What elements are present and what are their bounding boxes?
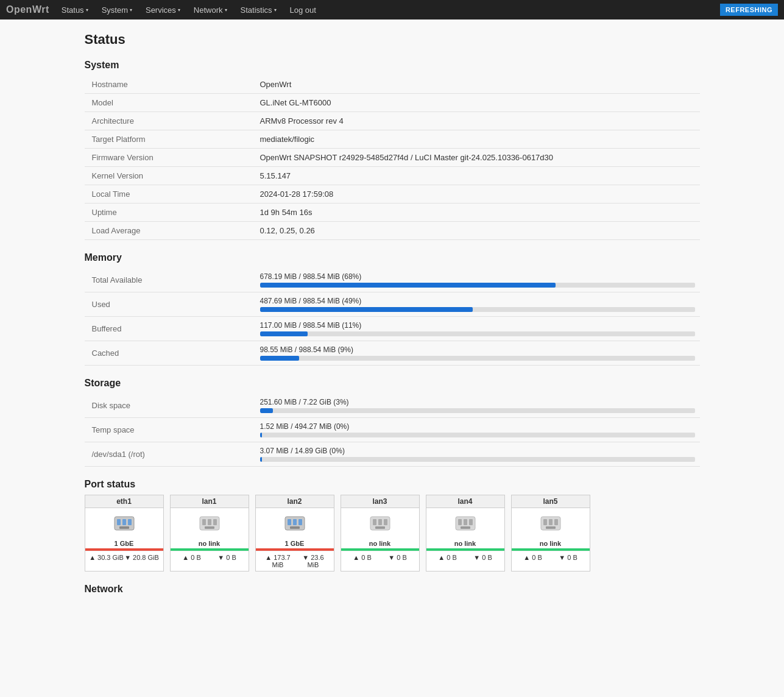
table-row: ArchitectureARMv8 Processor rev 4 bbox=[85, 112, 700, 130]
bar-track bbox=[260, 433, 695, 437]
port-status-grid: eth1 1 GbE ▲ 30.3 GiB ▼ 20.8 GiB lan1 no… bbox=[85, 495, 700, 571]
bar-track bbox=[260, 307, 695, 312]
nav-network[interactable]: Network ▾ bbox=[188, 2, 233, 18]
port-upload: ▲ 0 B bbox=[182, 554, 200, 561]
bar-container: 117.00 MiB / 988.54 MiB (11%) bbox=[260, 321, 695, 336]
row-label: Used bbox=[85, 292, 255, 317]
port-download: ▼ 0 B bbox=[559, 554, 577, 561]
nav-logout[interactable]: Log out bbox=[284, 2, 322, 18]
port-download: ▼ 20.8 GiB bbox=[124, 554, 159, 561]
brand-logo[interactable]: OpenWrt bbox=[6, 4, 49, 15]
bar-container: 678.19 MiB / 988.54 MiB (68%) bbox=[260, 272, 695, 288]
port-traffic: ▲ 0 B ▼ 0 B bbox=[512, 551, 590, 564]
nav-status[interactable]: Status ▾ bbox=[55, 2, 94, 18]
storage-table: Disk space 251.60 MiB / 7.22 GiB (3%) Te… bbox=[85, 394, 700, 467]
bar-label: 1.52 MiB / 494.27 MiB (0%) bbox=[260, 422, 695, 431]
row-label: /dev/sda1 (/rot) bbox=[85, 442, 255, 467]
svg-rect-21 bbox=[458, 519, 462, 525]
row-label: Firmware Version bbox=[85, 149, 255, 167]
port-upload: ▲ 30.3 GiB bbox=[89, 554, 124, 561]
table-row: HostnameOpenWrt bbox=[85, 76, 700, 94]
svg-rect-27 bbox=[549, 519, 553, 525]
port-card: lan3 no link ▲ 0 B ▼ 0 B bbox=[341, 495, 420, 571]
refreshing-badge[interactable]: REFRESHING bbox=[720, 4, 778, 16]
table-row: ModelGL.iNet GL-MT6000 bbox=[85, 94, 700, 112]
bar-container: 1.52 MiB / 494.27 MiB (0%) bbox=[260, 422, 695, 437]
nav-services[interactable]: Services ▾ bbox=[139, 2, 186, 18]
bar-fill bbox=[260, 433, 263, 437]
table-row: Uptime1d 9h 54m 16s bbox=[85, 203, 700, 222]
services-arrow: ▾ bbox=[178, 7, 180, 13]
svg-rect-8 bbox=[213, 519, 217, 525]
navbar: OpenWrt Status ▾ System ▾ Services ▾ Net… bbox=[0, 0, 784, 19]
row-label: Cached bbox=[85, 341, 255, 366]
table-row: Cached 98.55 MiB / 988.54 MiB (9%) bbox=[85, 341, 700, 366]
page-title: Status bbox=[85, 32, 700, 48]
port-card: lan1 no link ▲ 0 B ▼ 0 B bbox=[170, 495, 249, 571]
port-name: lan4 bbox=[426, 495, 504, 508]
table-row: /dev/sda1 (/rot) 3.07 MiB / 14.89 GiB (0… bbox=[85, 442, 700, 467]
bar-fill bbox=[260, 356, 299, 361]
table-row: Kernel Version5.15.147 bbox=[85, 167, 700, 185]
port-icon-area bbox=[341, 508, 419, 539]
svg-rect-6 bbox=[202, 519, 206, 525]
row-label: Architecture bbox=[85, 112, 255, 130]
bar-fill bbox=[260, 283, 556, 288]
port-link-status: 1 GbE bbox=[85, 539, 163, 548]
svg-rect-9 bbox=[205, 526, 214, 529]
system-arrow: ▾ bbox=[130, 7, 132, 13]
network-arrow: ▾ bbox=[225, 7, 227, 13]
table-row: Local Time2024-01-28 17:59:08 bbox=[85, 185, 700, 203]
port-traffic: ▲ 0 B ▼ 0 B bbox=[341, 551, 419, 564]
port-upload: ▲ 0 B bbox=[438, 554, 456, 561]
bar-container: 251.60 MiB / 7.22 GiB (3%) bbox=[260, 398, 695, 413]
port-icon-area bbox=[171, 508, 249, 539]
nav-statistics[interactable]: Statistics ▾ bbox=[235, 2, 283, 18]
row-value: 3.07 MiB / 14.89 GiB (0%) bbox=[255, 442, 700, 467]
table-row: Firmware VersionOpenWrt SNAPSHOT r24929-… bbox=[85, 149, 700, 167]
svg-rect-29 bbox=[546, 526, 556, 529]
svg-rect-4 bbox=[119, 526, 129, 529]
row-value: 5.15.147 bbox=[255, 167, 700, 185]
port-link-status: no link bbox=[512, 539, 590, 548]
port-icon-area bbox=[512, 508, 590, 539]
port-traffic: ▲ 0 B ▼ 0 B bbox=[171, 551, 249, 564]
row-value: 251.60 MiB / 7.22 GiB (3%) bbox=[255, 394, 700, 418]
svg-rect-2 bbox=[122, 519, 126, 525]
system-table: HostnameOpenWrtModelGL.iNet GL-MT6000Arc… bbox=[85, 76, 700, 240]
port-icon-area bbox=[256, 508, 334, 539]
row-value: OpenWrt bbox=[255, 76, 700, 94]
svg-rect-23 bbox=[469, 519, 473, 525]
table-row: Temp space 1.52 MiB / 494.27 MiB (0%) bbox=[85, 418, 700, 442]
table-row: Buffered 117.00 MiB / 988.54 MiB (11%) bbox=[85, 317, 700, 341]
port-name: lan5 bbox=[512, 495, 590, 508]
port-traffic: ▲ 173.7 MiB ▼ 23.6 MiB bbox=[256, 551, 334, 571]
row-label: Kernel Version bbox=[85, 167, 255, 185]
row-value: 117.00 MiB / 988.54 MiB (11%) bbox=[255, 317, 700, 341]
network-section-title: Network bbox=[85, 584, 700, 595]
nav-system[interactable]: System ▾ bbox=[96, 2, 138, 18]
svg-rect-22 bbox=[464, 519, 467, 525]
row-label: Buffered bbox=[85, 317, 255, 341]
memory-table: Total Available 678.19 MiB / 988.54 MiB … bbox=[85, 268, 700, 366]
port-card: lan4 no link ▲ 0 B ▼ 0 B bbox=[426, 495, 505, 571]
port-link-status: 1 GbE bbox=[256, 539, 334, 548]
bar-fill bbox=[260, 457, 263, 462]
svg-rect-26 bbox=[543, 519, 547, 525]
svg-rect-7 bbox=[208, 519, 211, 525]
row-value: 2024-01-28 17:59:08 bbox=[255, 185, 700, 203]
nav-items: Status ▾ System ▾ Services ▾ Network ▾ S… bbox=[55, 2, 720, 18]
svg-rect-28 bbox=[554, 519, 558, 525]
bar-label: 98.55 MiB / 988.54 MiB (9%) bbox=[260, 345, 695, 354]
system-section-title: System bbox=[85, 60, 700, 71]
bar-label: 678.19 MiB / 988.54 MiB (68%) bbox=[260, 272, 695, 281]
row-label: Temp space bbox=[85, 418, 255, 442]
bar-label: 117.00 MiB / 988.54 MiB (11%) bbox=[260, 321, 695, 330]
svg-rect-11 bbox=[288, 519, 291, 525]
row-value: 487.69 MiB / 988.54 MiB (49%) bbox=[255, 292, 700, 317]
port-name: lan2 bbox=[256, 495, 334, 508]
svg-rect-1 bbox=[117, 519, 121, 525]
bar-fill bbox=[260, 331, 308, 336]
row-value: 1d 9h 54m 16s bbox=[255, 203, 700, 222]
svg-rect-17 bbox=[378, 519, 382, 525]
